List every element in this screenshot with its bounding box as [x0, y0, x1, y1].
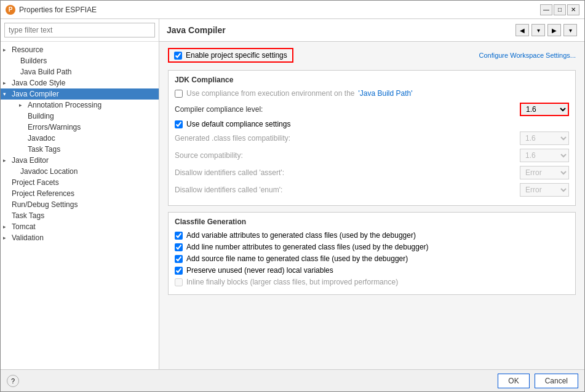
tree-item-project-references[interactable]: Project References: [1, 188, 159, 199]
tree-item-task-tags[interactable]: Task Tags: [1, 144, 159, 155]
tree-label-task-tags2: Task Tags: [12, 211, 44, 220]
tree-item-validation[interactable]: ▸Validation: [1, 232, 159, 243]
tree-item-errors-warnings[interactable]: Errors/Warnings: [1, 122, 159, 133]
tree-item-project-facets[interactable]: Project Facets: [1, 177, 159, 188]
classfile-checkbox-add-line[interactable]: [175, 243, 183, 251]
tree-label-java-editor: Java Editor: [12, 156, 49, 165]
tree-item-javadoc-location[interactable]: Javadoc Location: [1, 166, 159, 177]
tree-item-building[interactable]: Building: [1, 111, 159, 122]
tree-item-java-editor[interactable]: ▸Java Editor: [1, 155, 159, 166]
tree-item-run-debug-settings[interactable]: Run/Debug Settings: [1, 199, 159, 210]
bottom-right: OK Cancel: [498, 374, 578, 388]
tree-label-java-code-style: Java Code Style: [12, 79, 65, 87]
classfile-label-add-variable: Add variable attributes to generated cla…: [186, 231, 416, 240]
disallow-enum-label: Disallow identifiers called 'enum':: [175, 186, 520, 194]
enable-settings-checkbox[interactable]: [174, 52, 182, 60]
window-icon: P: [6, 5, 15, 15]
enable-settings-label: Enable project specific settings: [186, 51, 287, 60]
forward-button[interactable]: ▶: [547, 24, 561, 36]
tree-label-javadoc-location: Javadoc Location: [20, 167, 78, 176]
tree-item-annotation-processing[interactable]: ▸Annotation Processing: [1, 100, 159, 111]
classfile-label-inline-finally: Inline finally blocks (larger class file…: [186, 278, 398, 286]
classfile-item-add-source: Add source file name to generated class …: [175, 254, 569, 263]
tree-item-java-code-style[interactable]: ▸Java Code Style: [1, 77, 159, 88]
classfile-checkbox-inline-finally[interactable]: [175, 278, 183, 286]
tree-item-tomcat[interactable]: ▸Tomcat: [1, 221, 159, 232]
classfile-item-add-variable: Add variable attributes to generated cla…: [175, 231, 569, 240]
tree-label-building: Building: [28, 112, 54, 120]
forward-dropdown[interactable]: ▾: [563, 24, 577, 36]
titlebar-controls: — □ ✕: [540, 4, 579, 15]
disallow-assert-row: Disallow identifiers called 'assert': Er…: [175, 166, 569, 179]
tree-item-java-compiler[interactable]: ▾Java Compiler: [1, 88, 159, 100]
compiler-compliance-select[interactable]: 1.6 1.5 1.4 1.7: [520, 103, 569, 116]
use-default-row: Use default compliance settings: [175, 120, 569, 128]
use-default-checkbox[interactable]: [175, 120, 183, 128]
maximize-button[interactable]: □: [554, 4, 566, 15]
tree-label-builders: Builders: [20, 57, 47, 65]
generated-select[interactable]: 1.6: [520, 131, 569, 145]
bottom-bar: ? OK Cancel: [1, 369, 584, 391]
tree-label-javadoc: Javadoc: [28, 134, 55, 143]
bottom-left: ?: [7, 375, 19, 387]
use-compliance-checkbox[interactable]: [175, 90, 183, 98]
close-button[interactable]: ✕: [567, 4, 579, 15]
disallow-enum-row: Disallow identifiers called 'enum': Erro…: [175, 183, 569, 197]
cancel-button[interactable]: Cancel: [535, 374, 578, 388]
tree-label-run-debug-settings: Run/Debug Settings: [12, 200, 78, 209]
classfile-checkbox-preserve-unused[interactable]: [175, 267, 183, 275]
ok-button[interactable]: OK: [498, 374, 529, 388]
classfile-item-inline-finally: Inline finally blocks (larger class file…: [175, 278, 569, 286]
tree-label-tomcat: Tomcat: [12, 222, 36, 231]
classfile-checkbox-add-variable[interactable]: [175, 232, 183, 240]
tree-label-project-facets: Project Facets: [12, 178, 59, 187]
properties-window: P Properties for ESPFIAE — □ ✕ ▸Resource…: [0, 0, 585, 392]
tree-item-task-tags2[interactable]: Task Tags: [1, 210, 159, 221]
jdk-section-title: JDK Compliance: [175, 76, 569, 84]
tree-label-java-build-path: Java Build Path: [20, 68, 71, 76]
source-compat-label: Source compatibility:: [175, 151, 520, 160]
help-button[interactable]: ?: [7, 375, 19, 387]
filter-input[interactable]: [4, 23, 155, 37]
classfile-label-add-source: Add source file name to generated class …: [186, 254, 408, 263]
tree-label-task-tags: Task Tags: [28, 145, 60, 154]
disallow-assert-select[interactable]: Error: [520, 166, 569, 179]
right-title: Java Compiler: [167, 25, 226, 35]
tree-label-validation: Validation: [12, 233, 44, 242]
jdk-compliance-section: JDK Compliance Use compliance from execu…: [168, 70, 576, 206]
enable-settings-box: Enable project specific settings: [168, 48, 293, 63]
titlebar: P Properties for ESPFIAE — □ ✕: [1, 1, 584, 19]
java-build-path-link[interactable]: 'Java Build Path': [358, 89, 412, 98]
classfile-checkbox-add-source[interactable]: [175, 255, 183, 263]
source-compat-select[interactable]: 1.6: [520, 149, 569, 162]
tree-label-project-references: Project References: [12, 189, 74, 198]
tree-label-errors-warnings: Errors/Warnings: [28, 123, 81, 131]
generated-row: Generated .class files compatibility: 1.…: [175, 131, 569, 145]
back-button[interactable]: ◀: [515, 24, 529, 36]
configure-workspace-link[interactable]: Configure Workspace Settings...: [479, 52, 576, 59]
tree-arrow-resource: ▸: [3, 47, 12, 53]
right-body: Enable project specific settings Configu…: [159, 42, 584, 369]
right-toolbar: ◀ ▾ ▶ ▾: [515, 24, 577, 36]
disallow-enum-select[interactable]: Error: [520, 183, 569, 197]
tree-item-java-build-path[interactable]: Java Build Path: [1, 66, 159, 77]
disallow-assert-label: Disallow identifiers called 'assert':: [175, 168, 520, 177]
classfile-label-add-line: Add line number attributes to generated …: [186, 243, 429, 251]
tree-label-annotation-processing: Annotation Processing: [28, 101, 101, 109]
use-compliance-text: Use compliance from execution environmen…: [186, 89, 354, 98]
source-compat-row: Source compatibility: 1.6: [175, 149, 569, 162]
tree-arrow-java-compiler: ▾: [3, 91, 12, 97]
classfile-item-add-line: Add line number attributes to generated …: [175, 243, 569, 251]
tree-label-java-compiler: Java Compiler: [12, 90, 59, 98]
tree-arrow-validation: ▸: [3, 235, 12, 241]
classfile-label-preserve-unused: Preserve unused (never read) local varia…: [186, 266, 333, 275]
right-header: Java Compiler ◀ ▾ ▶ ▾: [159, 19, 584, 42]
back-dropdown[interactable]: ▾: [531, 24, 545, 36]
tree-label-resource: Resource: [12, 45, 43, 54]
tree-item-javadoc[interactable]: Javadoc: [1, 133, 159, 144]
tree-item-resource[interactable]: ▸Resource: [1, 44, 159, 55]
minimize-button[interactable]: —: [540, 4, 552, 15]
left-panel: ▸ResourceBuildersJava Build Path▸Java Co…: [1, 19, 159, 369]
titlebar-left: P Properties for ESPFIAE: [6, 5, 97, 15]
tree-item-builders[interactable]: Builders: [1, 55, 159, 66]
